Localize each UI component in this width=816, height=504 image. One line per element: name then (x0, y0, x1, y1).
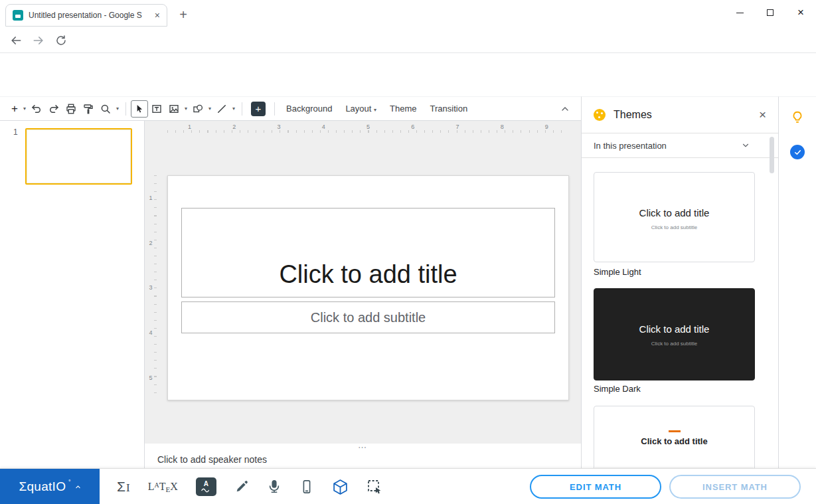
image-dropdown-icon[interactable]: ▾ (183, 106, 189, 112)
collapse-toolbar-button[interactable] (560, 104, 570, 114)
latex-letter: A (154, 481, 159, 489)
horizontal-ruler: 1 2 3 4 5 6 7 8 9 (145, 121, 581, 133)
layout-label: Layout (345, 104, 371, 114)
speaker-notes-placeholder[interactable]: Click to add speaker notes (157, 454, 267, 465)
screenshot-reader-button[interactable] (367, 479, 382, 495)
keep-icon[interactable] (790, 110, 805, 125)
themes-close-button[interactable]: × (759, 108, 766, 122)
latex-letter: L (148, 481, 155, 493)
ruler-number: 2 (232, 124, 236, 130)
equatio-logo-button[interactable]: ΣquatIO ˚ (0, 469, 100, 504)
background-button[interactable]: Background (280, 100, 339, 118)
line-icon (216, 103, 228, 115)
theme-preview-subtitle: Click to add subtitle (651, 341, 697, 347)
refresh-button[interactable] (53, 33, 69, 48)
window-maximize-button[interactable] (755, 0, 785, 25)
screenshot-icon (367, 479, 382, 495)
theme-card-preview: Click to add title Click to add subtitle (594, 173, 754, 230)
equatio-insert-button[interactable]: + (251, 102, 266, 116)
theme-button[interactable]: Theme (383, 100, 423, 118)
theme-card-simple-dark[interactable]: Click to add title Click to add subtitle (594, 288, 755, 380)
themes-palette-icon (594, 109, 606, 121)
subtitle-placeholder[interactable]: Click to add subtitle (181, 301, 555, 333)
toolbar-divider (125, 102, 126, 116)
print-button[interactable] (62, 100, 80, 118)
select-tool-button[interactable] (131, 100, 148, 118)
geometry-tool-button[interactable] (332, 479, 349, 495)
theme-card-third[interactable]: Click to add title (594, 406, 755, 468)
text-box-button[interactable] (148, 100, 165, 118)
theme-card-simple-light[interactable]: Click to add title Click to add subtitle (594, 172, 755, 262)
equatio-logo-text: ΣquatIO (19, 479, 66, 494)
ruler-number: 2 (149, 240, 152, 246)
insert-math-button[interactable]: INSERT MATH (669, 475, 801, 499)
equatio-toolbar: ΣquatIO ˚ Σ I L A T E X A (0, 468, 816, 504)
themes-panel-header: Themes × (582, 97, 778, 133)
layout-dropdown-icon: ▾ (374, 107, 376, 113)
equatio-tools: Σ I L A T E X A (117, 469, 382, 504)
ibeam-icon: I (126, 481, 130, 495)
latex-letter: T (159, 481, 166, 493)
undo-button[interactable] (28, 100, 45, 118)
themes-section-row[interactable]: In this presentation (582, 133, 778, 158)
new-tab-button[interactable]: + (174, 5, 193, 24)
new-slide-button[interactable]: + (8, 102, 21, 116)
latex-editor-button[interactable]: L A T E X (148, 481, 178, 493)
handwriting-recognition-button[interactable]: A (196, 477, 216, 496)
shape-icon (192, 103, 204, 115)
slides-favicon-icon (13, 10, 23, 21)
new-slide-dropdown-icon[interactable]: ▾ (21, 106, 28, 112)
title-placeholder[interactable]: Click to add title (181, 208, 555, 297)
theme-preview-title: Click to add title (639, 323, 710, 335)
redo-button[interactable] (45, 100, 62, 118)
ruler-number: 9 (545, 124, 548, 130)
browser-tab[interactable]: Untitled presentation - Google S × (5, 4, 167, 27)
editor-canvas: 1 2 3 4 5 6 7 8 9 1 2 3 4 5 Click to add (145, 121, 581, 468)
slide-canvas[interactable]: Click to add title Click to add subtitle (167, 175, 569, 400)
toolbar-divider (242, 102, 242, 116)
zoom-dropdown-icon[interactable]: ▾ (114, 106, 121, 112)
themes-scrollbar[interactable] (770, 137, 774, 173)
ruler-number: 6 (411, 124, 414, 130)
mobile-input-button[interactable] (299, 479, 314, 494)
latex-letter: X (170, 481, 178, 493)
transition-button[interactable]: Transition (424, 100, 475, 118)
window-minimize-button[interactable] (724, 0, 755, 25)
speaker-notes-area[interactable]: ⋯ Click to add speaker notes (145, 444, 581, 468)
window-close-button[interactable]: × (785, 0, 816, 25)
edit-math-button[interactable]: EDIT MATH (530, 475, 661, 499)
theme-preview-subtitle: Click to add subtitle (651, 224, 697, 230)
layout-button[interactable]: Layout ▾ (339, 100, 383, 118)
theme-accent-bar (669, 430, 681, 432)
speech-input-button[interactable] (267, 479, 282, 494)
line-dropdown-icon[interactable]: ▾ (230, 106, 237, 112)
slide-thumbnail[interactable] (25, 128, 132, 185)
tasks-icon[interactable] (790, 145, 805, 159)
microphone-icon (267, 479, 282, 494)
chevron-down-icon[interactable] (741, 141, 750, 150)
insert-image-button[interactable] (165, 100, 183, 118)
ruler-number: 8 (501, 124, 504, 130)
zoom-button[interactable] (97, 100, 114, 118)
insert-shape-button[interactable] (189, 100, 206, 118)
back-button[interactable] (8, 33, 24, 48)
notes-resize-handle[interactable]: ⋯ (145, 442, 581, 452)
insert-line-button[interactable] (213, 100, 230, 118)
close-icon: × (797, 6, 804, 19)
subtitle-placeholder-text: Click to add subtitle (311, 310, 426, 325)
theme-preview-title: Click to add title (641, 436, 707, 446)
themes-panel: Themes × In this presentation Click to a… (581, 96, 778, 468)
toolbar-divider (274, 102, 275, 116)
image-icon (168, 103, 180, 115)
forward-button[interactable] (31, 33, 46, 48)
latex-letter: E (165, 485, 170, 493)
equation-editor-button[interactable]: Σ I (117, 479, 130, 495)
side-panel-strip (778, 96, 816, 468)
vertical-ruler-numbers: 1 2 3 4 5 (145, 175, 157, 400)
freehand-draw-button[interactable] (234, 479, 249, 494)
slide-filmstrip: 1 (0, 121, 145, 468)
tab-close-icon[interactable]: × (155, 10, 160, 21)
paint-format-icon (82, 103, 94, 115)
shape-dropdown-icon[interactable]: ▾ (206, 106, 213, 112)
paint-format-button[interactable] (80, 100, 97, 118)
